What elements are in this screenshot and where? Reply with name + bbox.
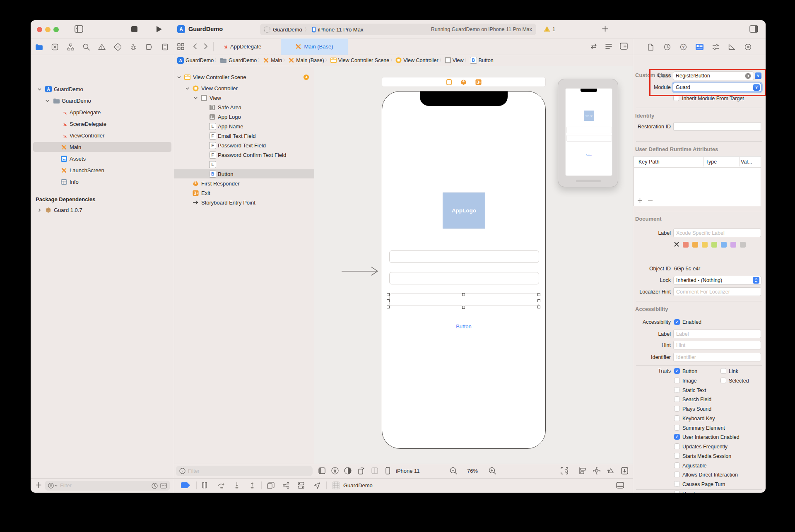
localizer-hint-field[interactable]: Comment For Localizer [673, 287, 761, 296]
navigator-row-assets[interactable]: Assets [31, 154, 174, 164]
add-button[interactable] [602, 25, 609, 32]
minimize-window-button[interactable] [45, 27, 51, 32]
zoom-out-icon[interactable] [450, 467, 457, 474]
breadcrumb-item[interactable]: Main (Base) [288, 57, 324, 63]
add-constraints-icon[interactable] [593, 467, 600, 474]
restoration-id-field[interactable] [673, 122, 761, 131]
navigator-row-viewcontroller[interactable]: ViewController [31, 130, 174, 140]
outline-row-safe-area[interactable]: Safe Area [174, 103, 314, 112]
trait-checkbox-updates-frequently[interactable] [674, 443, 680, 449]
breakpoints-toggle-icon[interactable] [181, 482, 190, 488]
view-controller-dock-icon[interactable] [446, 79, 452, 85]
zoom-in-icon[interactable] [489, 467, 496, 474]
debug-navigator-icon[interactable] [129, 43, 137, 51]
color-variants-icon[interactable] [344, 467, 352, 474]
editor-options-icon[interactable] [605, 43, 612, 50]
navigator-row-appdelegate[interactable]: AppDelegate [31, 107, 174, 117]
color-swatch[interactable] [702, 242, 708, 248]
breadcrumb-item[interactable]: AGuardDemo [177, 57, 214, 64]
outline-toggle-icon[interactable] [318, 467, 325, 474]
trait-checkbox-keyboard-key[interactable] [674, 415, 680, 421]
outline-row-exit[interactable]: Exit [174, 188, 314, 197]
back-icon[interactable] [193, 43, 197, 50]
outline-row-app-logo[interactable]: App Logo [174, 112, 314, 121]
swap-editor-icon[interactable] [590, 43, 597, 50]
first-responder-dock-icon[interactable] [460, 79, 467, 85]
run-button[interactable] [156, 26, 162, 33]
outline-row-storyboard-entry-point[interactable]: Storyboard Entry Point [174, 198, 314, 207]
orientation-icon[interactable] [357, 467, 365, 474]
selection-handle[interactable] [537, 306, 540, 308]
selection-handle[interactable] [537, 299, 540, 302]
warning-icon[interactable]: ! [544, 26, 550, 32]
breadcrumb-item[interactable]: BButton [470, 57, 494, 64]
selection-handle[interactable] [387, 293, 390, 296]
history-inspector-icon[interactable] [663, 43, 671, 51]
find-navigator-icon[interactable] [82, 43, 90, 51]
runtime-attributes-table[interactable]: Key Path Type Val... [634, 156, 761, 206]
outline-row-label[interactable]: L [174, 160, 314, 169]
trait-checkbox-static-text[interactable] [674, 387, 680, 393]
inspector-toggle-icon[interactable] [749, 25, 758, 33]
trait-checkbox-search-field[interactable] [674, 396, 680, 402]
breadcrumb-item[interactable]: View Controller [395, 57, 438, 63]
breadcrumb-item[interactable]: Main [263, 57, 282, 63]
scan-region-icon[interactable] [561, 467, 568, 474]
trait-checkbox-adjustable[interactable] [674, 462, 680, 468]
stop-button[interactable] [131, 26, 137, 32]
storyboard-entry-arrow[interactable] [342, 266, 380, 277]
remove-attribute-icon[interactable] [648, 198, 653, 203]
report-navigator-icon[interactable] [161, 43, 169, 51]
add-attribute-icon[interactable] [637, 198, 643, 203]
symbol-navigator-icon[interactable] [66, 43, 75, 51]
breadcrumb-item[interactable]: View Controller Scene [330, 57, 389, 63]
filter-icon[interactable] [179, 468, 186, 474]
issue-navigator-icon[interactable] [98, 43, 106, 51]
source-control-filter-icon[interactable] [160, 483, 167, 489]
forward-icon[interactable] [204, 43, 208, 50]
lock-stepper-icon[interactable] [753, 277, 759, 284]
resolve-autolayout-icon[interactable] [607, 467, 614, 474]
accessibility-identifier-field[interactable]: Identifier [673, 353, 761, 361]
zoom-window-button[interactable] [53, 27, 59, 32]
document-label-field[interactable]: Xcode Specific Label [673, 229, 761, 237]
disclosure-open-icon[interactable] [45, 99, 49, 103]
trait-checkbox-link[interactable] [720, 368, 726, 374]
disclosure-closed-icon[interactable] [37, 208, 41, 212]
navigator-row-scenedelegate[interactable]: SceneDelegate [31, 119, 174, 129]
disclosure-open-icon[interactable] [37, 87, 41, 91]
outline-row-view-controller-scene[interactable]: View Controller Scene [174, 72, 314, 82]
outline-row-first-responder[interactable]: First Responder [174, 179, 314, 188]
outline-filter-field[interactable]: Filter [176, 466, 313, 476]
accessibility-label-field[interactable]: Label [673, 330, 761, 338]
add-editor-icon[interactable] [620, 43, 628, 50]
recent-files-icon[interactable] [152, 483, 158, 489]
column-header-value[interactable]: Val... [741, 159, 752, 165]
breakpoint-navigator-icon[interactable] [145, 43, 153, 51]
step-out-icon[interactable] [249, 482, 255, 489]
identity-inspector-icon[interactable] [695, 43, 703, 51]
column-header-type[interactable]: Type [706, 159, 717, 165]
column-header-keypath[interactable]: Key Path [638, 159, 660, 165]
disclosure-open-icon[interactable] [193, 96, 198, 100]
disclosure-open-icon[interactable] [177, 75, 181, 79]
attributes-inspector-icon[interactable] [711, 43, 720, 51]
trait-checkbox-user-interaction-enabled[interactable] [674, 434, 680, 440]
color-swatch[interactable] [711, 242, 717, 248]
outline-row-password-text-field[interactable]: FPassword Text Field [174, 141, 314, 150]
outline-row-password-confirm-text-field[interactable]: FPassword Confirm Text Field [174, 150, 314, 159]
accessibility-inspect-icon[interactable] [331, 467, 339, 474]
environment-overrides-icon[interactable] [298, 482, 304, 489]
scheme-device[interactable]: iPhone 11 Pro Max [318, 26, 364, 33]
outline-row-view[interactable]: View [174, 93, 314, 102]
app-logo-view[interactable]: AppLogo [443, 193, 485, 229]
selection-handle[interactable] [462, 306, 465, 309]
color-swatch[interactable] [740, 242, 746, 248]
debug-app-name[interactable]: GuardDemo [343, 482, 373, 489]
register-button[interactable]: Button [447, 323, 480, 330]
trait-checkbox-button[interactable] [674, 368, 680, 374]
outline-row-email-text-field[interactable]: FEmail Text Field [174, 131, 314, 140]
trait-checkbox-causes-page-turn[interactable] [674, 481, 680, 487]
outline-row-view-controller[interactable]: View Controller [174, 84, 314, 93]
outline-row-button[interactable]: BButton [174, 169, 314, 178]
